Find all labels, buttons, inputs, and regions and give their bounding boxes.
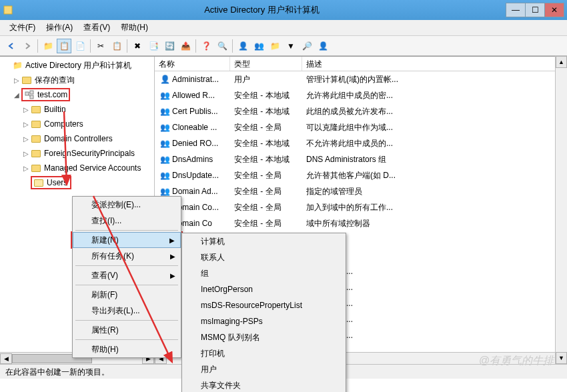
details-button[interactable]: 📄 — [73, 39, 87, 53]
list-row[interactable]: 👥Cert Publis...安全组 - 本地域此组的成员被允许发布... — [155, 103, 567, 119]
list-row[interactable]: 👥DnsUpdate...安全组 - 全局允许替其他客户端(如 D... — [155, 167, 567, 183]
refresh-button[interactable]: 🔄 — [162, 39, 177, 53]
menu-view[interactable]: 查看(V) — [78, 20, 115, 35]
tree-foreign[interactable]: ▷ ForeignSecurityPrincipals — [0, 146, 154, 161]
tree-domain-controllers[interactable]: ▷ Domain Controllers — [0, 131, 154, 146]
svg-rect-3 — [30, 95, 33, 99]
row-desc: 域中所有域控制器 — [302, 218, 567, 229]
menu-action[interactable]: 操作(A) — [41, 20, 78, 35]
menu-file[interactable]: 文件(F) — [4, 20, 41, 35]
list-row[interactable]: 👥Allowed R...安全组 - 本地域允许将此组中成员的密... — [155, 87, 567, 103]
cm-all-tasks[interactable]: 所有任务(K)▶ — [73, 248, 181, 264]
svg-rect-1 — [25, 92, 29, 95]
cm-new-shared-folder[interactable]: 共享文件夹 — [182, 377, 346, 392]
forward-button[interactable] — [20, 39, 35, 53]
delete-button[interactable]: ✖ — [130, 39, 145, 53]
cm-new-user[interactable]: 用户 — [182, 361, 346, 377]
list-row[interactable]: 👥Denied RO...安全组 - 本地域不允许将此组中成员的... — [155, 135, 567, 151]
minimize-button[interactable]: — — [506, 3, 526, 17]
cm-delegate[interactable]: 委派控制(E)... — [73, 197, 181, 213]
tree-computers[interactable]: ▷ Computers — [0, 117, 154, 131]
cm-refresh[interactable]: 刷新(F) — [73, 287, 181, 303]
tree-saved-queries[interactable]: ▷ 保存的查询 — [0, 73, 154, 87]
window-controls: — ☐ ✕ — [506, 3, 564, 17]
cm-export[interactable]: 导出列表(L)... — [73, 303, 181, 319]
filter-button[interactable]: ▼ — [284, 39, 298, 53]
show-details-button[interactable]: 📋 — [57, 39, 71, 53]
list-row[interactable]: 👥Domain Co...安全组 - 全局加入到域中的所有工作... — [155, 199, 567, 215]
row-name: Denied RO... — [172, 139, 218, 148]
cm-new-inetorg[interactable]: InetOrgPerson — [182, 281, 346, 297]
tree-label: ForeignSecurityPrincipals — [44, 149, 135, 158]
col-type[interactable]: 类型 — [230, 57, 302, 71]
list-header: 名称 类型 描述 — [155, 57, 567, 71]
row-type: 安全组 - 本地域 — [230, 154, 302, 165]
list-row[interactable]: 👥Domain Ad...安全组 - 全局指定的域管理员 — [155, 183, 567, 199]
tree-label: Computers — [44, 119, 83, 129]
svg-rect-0 — [4, 6, 12, 14]
context-menu-new: 计算机 联系人 组 InetOrgPerson msDS-ResourcePro… — [181, 233, 346, 392]
row-type: 安全组 - 全局 — [230, 202, 302, 213]
add-group-button[interactable]: 👥 — [251, 39, 266, 53]
help-button[interactable]: ❓ — [199, 39, 213, 53]
row-type: 安全组 - 全局 — [230, 170, 302, 181]
cm-help[interactable]: 帮助(H) — [73, 341, 181, 357]
cut-button[interactable]: ✂ — [93, 39, 108, 53]
cm-new-msimaging[interactable]: msImaging-PSPs — [182, 313, 346, 329]
row-name: Administrat... — [172, 75, 219, 84]
tree-domain[interactable]: ◢ test.com — [0, 87, 154, 102]
list-row[interactable]: 👤Administrat...用户管理计算机(域)的内置帐... — [155, 71, 567, 87]
add-user-button[interactable]: 👤 — [235, 39, 250, 53]
list-row[interactable]: 👥Domain Co安全组 - 全局域中所有域控制器 — [155, 215, 567, 231]
manage-button[interactable]: 👤 — [316, 39, 330, 53]
folder-icon — [21, 75, 32, 85]
menu-help[interactable]: 帮助(H) — [115, 20, 153, 35]
cm-new-computer[interactable]: 计算机 — [182, 233, 346, 249]
cm-new-contact[interactable]: 联系人 — [182, 249, 346, 265]
back-button[interactable] — [4, 39, 19, 53]
find2-button[interactable]: 🔎 — [300, 39, 314, 53]
close-button[interactable]: ✕ — [544, 3, 564, 17]
tree-users[interactable]: Users — [0, 175, 154, 190]
maximize-button[interactable]: ☐ — [525, 3, 545, 17]
cm-new-group[interactable]: 组 — [182, 265, 346, 281]
cm-new[interactable]: 新建(N)▶ — [73, 232, 181, 248]
scroll-left-icon[interactable]: ◀ — [0, 353, 12, 364]
svg-rect-2 — [30, 91, 33, 94]
tree-root[interactable]: 📁 Active Directory 用户和计算机 — [0, 58, 154, 73]
col-desc[interactable]: 描述 — [302, 57, 567, 71]
add-ou-button[interactable]: 📁 — [267, 39, 282, 53]
find-button[interactable]: 🔍 — [215, 39, 229, 53]
copy-button[interactable]: 📋 — [109, 39, 124, 53]
cm-properties[interactable]: 属性(R) — [73, 322, 181, 338]
tree-label: 保存的查询 — [35, 75, 75, 86]
export-button[interactable]: 📤 — [178, 39, 193, 53]
properties-button[interactable]: 📑 — [146, 39, 161, 53]
scroll-up-icon[interactable]: ▲ — [556, 56, 567, 68]
status-text: 在此容器中创建一新的项目。 — [5, 367, 109, 377]
cm-view[interactable]: 查看(V)▶ — [73, 267, 181, 283]
cm-new-printer[interactable]: 打印机 — [182, 345, 346, 361]
tree-label: test.com — [37, 90, 67, 99]
up-button[interactable]: 📁 — [41, 39, 55, 53]
cm-new-msmq[interactable]: MSMQ 队列别名 — [182, 329, 346, 345]
col-name[interactable]: 名称 — [155, 57, 230, 71]
list-row[interactable]: 👥DnsAdmins安全组 - 本地域DNS Administrators 组 — [155, 151, 567, 167]
list-row[interactable]: 👥Cloneable ...安全组 - 全局可以克隆此组中作为域... — [155, 119, 567, 135]
row-type: 安全组 - 本地域 — [230, 138, 302, 149]
folder-icon — [31, 148, 41, 159]
window-title: Active Directory 用户和计算机 — [17, 4, 506, 16]
toolbar: 📁 📋 📄 ✂ 📋 ✖ 📑 🔄 📤 ❓ 🔍 👤 👥 📁 ▼ 🔎 👤 — [0, 36, 567, 56]
title-bar: Active Directory 用户和计算机 — ☐ ✕ — [0, 0, 567, 20]
tree-managed[interactable]: ▷ Managed Service Accounts — [0, 161, 154, 175]
row-desc: 可以克隆此组中作为域... — [302, 122, 567, 133]
vertical-scrollbar[interactable]: ▲ ▼ — [555, 56, 567, 364]
group-icon: 👥 — [159, 187, 171, 196]
cm-new-msds[interactable]: msDS-ResourcePropertyList — [182, 297, 346, 313]
scroll-down-icon[interactable]: ▼ — [556, 352, 567, 364]
submenu-arrow-icon: ▶ — [170, 272, 175, 279]
cm-find[interactable]: 查找(I)... — [73, 213, 181, 229]
row-name: Domain Ad... — [172, 187, 218, 196]
row-desc: 允许将此组中成员的密... — [302, 90, 567, 101]
tree-builtin[interactable]: ▷ Builtin — [0, 102, 154, 117]
